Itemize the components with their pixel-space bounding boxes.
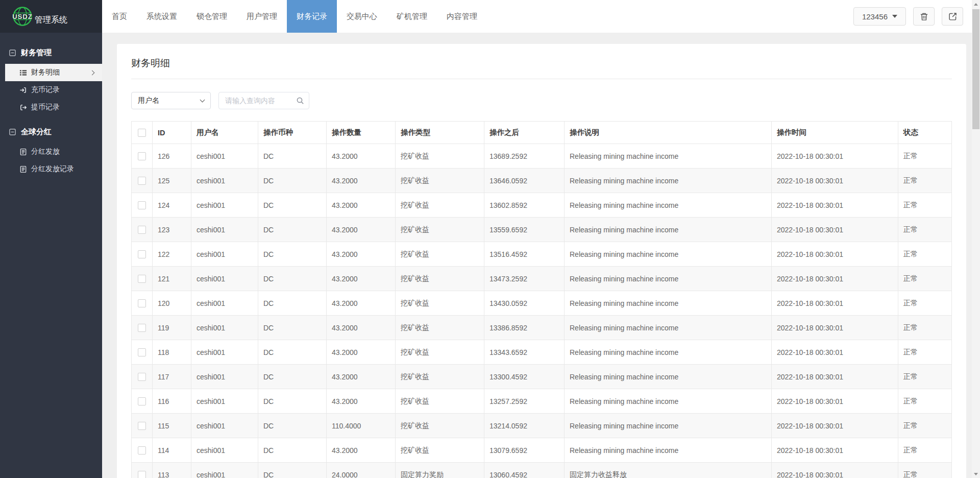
cell-coin: DC (258, 267, 327, 291)
cell-desc: Releasing mining machine income (565, 267, 772, 291)
nav-tab-content-management[interactable]: 内容管理 (437, 0, 487, 33)
app-logo: USDZ 管理系统 (0, 0, 102, 33)
vertical-scrollbar[interactable] (972, 0, 980, 478)
cell-id: 117 (153, 365, 191, 389)
cell-desc: Releasing mining machine income (565, 218, 772, 242)
nav-tab-system-settings[interactable]: 系统设置 (137, 0, 187, 33)
cell-username: ceshi001 (191, 267, 258, 291)
globe-logo-icon: USDZ (12, 6, 33, 27)
cell-time: 2022-10-18 00:30:01 (772, 389, 898, 414)
cell-time: 2022-10-18 00:30:01 (772, 193, 898, 218)
cell-type: 挖矿收益 (396, 144, 484, 169)
cell-type: 挖矿收益 (396, 365, 484, 389)
app-title: 管理系统 (35, 15, 67, 26)
select-all-checkbox[interactable] (138, 129, 146, 137)
cell-desc: Releasing mining machine income (565, 389, 772, 414)
cell-id: 126 (153, 144, 191, 169)
table-row: 115 ceshi001 DC 110.4000 挖矿收益 13214.0592… (132, 414, 952, 438)
logout-button[interactable] (942, 7, 963, 26)
cell-after: 13516.4592 (484, 242, 565, 267)
sidebar-item-dividend-issue[interactable]: 分红发放 (0, 143, 102, 160)
cell-status: 正常 (898, 169, 952, 193)
sidebar-item-finance-detail[interactable]: 财务明细 (5, 64, 102, 81)
row-checkbox[interactable] (138, 324, 146, 332)
cell-after: 13257.2592 (484, 389, 565, 414)
cell-time: 2022-10-18 00:30:01 (772, 242, 898, 267)
sidebar-item-deposit-records[interactable]: 充币记录 (0, 81, 102, 99)
cell-coin: DC (258, 463, 327, 478)
sidebar-item-withdraw-records[interactable]: 提币记录 (0, 99, 102, 116)
cell-coin: DC (258, 169, 327, 193)
cell-desc: Releasing mining machine income (565, 316, 772, 340)
nav-tab-home[interactable]: 首页 (102, 0, 137, 33)
nav-tab-miner-management[interactable]: 矿机管理 (387, 0, 437, 33)
clear-cache-button[interactable] (913, 7, 935, 26)
file-list-icon (19, 148, 27, 156)
row-checkbox[interactable] (138, 373, 146, 381)
sidebar-section-finance[interactable]: 财务管理 (0, 41, 102, 64)
cell-desc: Releasing mining machine income (565, 242, 772, 267)
main-content: 财务明细 用户名 ID (102, 33, 972, 478)
cell-coin: DC (258, 193, 327, 218)
nav-tab-finance-records[interactable]: 财务记录 (287, 0, 337, 33)
col-header-type: 操作类型 (396, 122, 484, 144)
row-checkbox[interactable] (138, 226, 146, 234)
col-header-id: ID (153, 122, 191, 144)
sidebar-item-label: 提币记录 (31, 103, 60, 112)
cell-status: 正常 (898, 438, 952, 463)
collapse-minus-icon (9, 129, 16, 135)
finance-detail-card: 财务明细 用户名 ID (117, 44, 966, 478)
row-checkbox[interactable] (138, 299, 146, 307)
cell-time: 2022-10-18 00:30:01 (772, 438, 898, 463)
row-checkbox[interactable] (138, 201, 146, 209)
table-row: 114 ceshi001 DC 43.2000 挖矿收益 13079.6592 … (132, 438, 952, 463)
title-divider (131, 79, 952, 79)
row-checkbox[interactable] (138, 275, 146, 283)
row-checkbox[interactable] (138, 177, 146, 185)
cell-time: 2022-10-18 00:30:01 (772, 365, 898, 389)
nav-tab-trade-center[interactable]: 交易中心 (337, 0, 387, 33)
cell-id: 118 (153, 340, 191, 365)
row-checkbox[interactable] (138, 397, 146, 405)
cell-username: ceshi001 (191, 169, 258, 193)
row-checkbox[interactable] (138, 152, 146, 160)
collapse-minus-icon (9, 50, 16, 56)
list-icon (19, 69, 27, 77)
search-icon[interactable] (296, 97, 304, 105)
cell-after: 13079.6592 (484, 438, 565, 463)
row-checkbox[interactable] (138, 348, 146, 356)
nav-tab-lockup-management[interactable]: 锁仓管理 (187, 0, 237, 33)
cell-coin: DC (258, 438, 327, 463)
row-checkbox[interactable] (138, 471, 146, 478)
cell-username: ceshi001 (191, 340, 258, 365)
user-dropdown-button[interactable]: 123456 (853, 7, 906, 26)
scroll-up-arrow[interactable] (972, 0, 980, 8)
cell-username: ceshi001 (191, 242, 258, 267)
cell-desc: Releasing mining machine income (565, 438, 772, 463)
file-list-icon (19, 165, 27, 173)
table-header-row: ID 用户名 操作币种 操作数量 操作类型 操作之后 操作说明 操作时间 状态 (132, 122, 952, 144)
sidebar-item-dividend-records[interactable]: 分红发放记录 (0, 160, 102, 178)
nav-tab-user-management[interactable]: 用户管理 (237, 0, 287, 33)
table-row: 117 ceshi001 DC 43.2000 挖矿收益 13300.4592 … (132, 365, 952, 389)
scroll-down-arrow[interactable] (972, 470, 980, 478)
row-checkbox[interactable] (138, 422, 146, 430)
cell-time: 2022-10-18 00:30:01 (772, 144, 898, 169)
user-name: 123456 (862, 12, 888, 21)
cell-status: 正常 (898, 267, 952, 291)
cell-status: 正常 (898, 463, 952, 478)
cell-id: 125 (153, 169, 191, 193)
cell-coin: DC (258, 414, 327, 438)
cell-after: 13386.8592 (484, 316, 565, 340)
cell-username: ceshi001 (191, 463, 258, 478)
row-checkbox[interactable] (138, 446, 146, 455)
sign-in-icon (19, 86, 27, 94)
table-row: 118 ceshi001 DC 43.2000 挖矿收益 13343.6592 … (132, 340, 952, 365)
search-field-select[interactable]: 用户名 (131, 92, 211, 109)
sidebar-section-global-dividend[interactable]: 全球分红 (0, 120, 102, 143)
cell-id: 123 (153, 218, 191, 242)
sidebar: USDZ 管理系统 财务管理 财务明细 充币记录 提币记录 全球分红 分红发放 (0, 0, 102, 478)
logo-text: USDZ (11, 13, 34, 20)
scrollbar-thumb[interactable] (972, 9, 979, 129)
row-checkbox[interactable] (138, 250, 146, 258)
